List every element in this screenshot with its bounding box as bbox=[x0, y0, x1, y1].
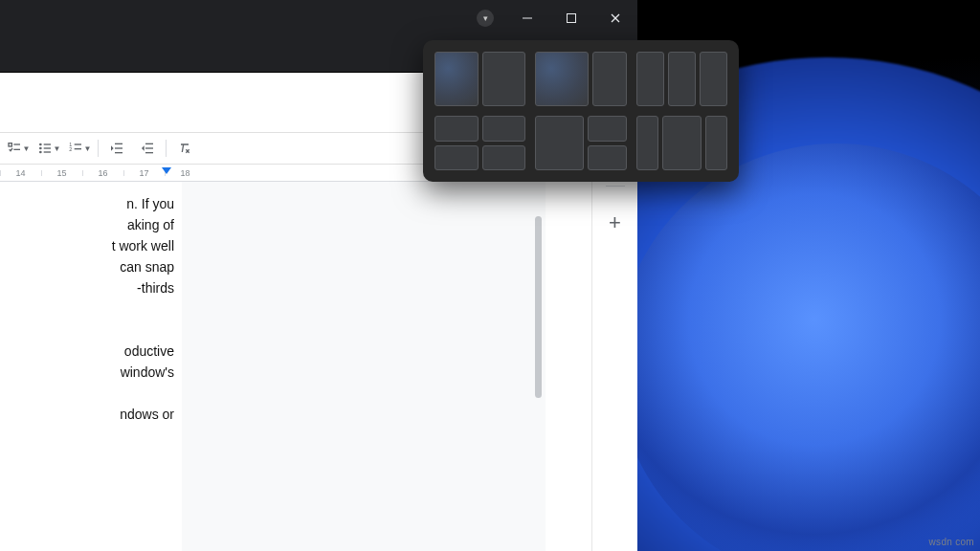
text-line: ndows or bbox=[0, 404, 174, 425]
numbered-list-button[interactable]: 12▼ bbox=[67, 136, 92, 161]
snap-zone[interactable] bbox=[535, 52, 589, 106]
minimize-button[interactable] bbox=[505, 3, 549, 33]
text-line: t work well bbox=[0, 235, 174, 256]
ruler-tick: 15 bbox=[41, 168, 82, 178]
snap-zone[interactable] bbox=[535, 116, 584, 170]
scrollbar-thumb[interactable] bbox=[535, 216, 542, 398]
snap-zone[interactable] bbox=[668, 52, 696, 106]
increase-indent-button[interactable] bbox=[135, 136, 160, 161]
decrease-indent-button[interactable] bbox=[104, 136, 129, 161]
svg-point-14 bbox=[39, 147, 42, 150]
add-addon-button[interactable]: + bbox=[604, 211, 627, 234]
svg-rect-28 bbox=[145, 147, 153, 148]
snap-layout-two-left-wide bbox=[535, 52, 626, 106]
snap-zone[interactable] bbox=[482, 52, 526, 106]
right-indent-marker-icon[interactable] bbox=[162, 167, 171, 174]
snap-zone[interactable] bbox=[588, 145, 627, 171]
svg-rect-18 bbox=[43, 151, 50, 152]
bulleted-list-button[interactable]: ▼ bbox=[36, 136, 61, 161]
snap-layout-three-center-wide bbox=[636, 116, 727, 170]
svg-text:2: 2 bbox=[69, 146, 72, 152]
text-line: oductive bbox=[0, 341, 174, 362]
snap-zone[interactable] bbox=[482, 145, 526, 171]
svg-rect-17 bbox=[43, 147, 50, 148]
svg-rect-23 bbox=[115, 143, 122, 144]
svg-rect-10 bbox=[9, 143, 11, 146]
checklist-button[interactable]: ▼ bbox=[6, 136, 31, 161]
svg-rect-24 bbox=[115, 147, 122, 148]
snap-zone[interactable] bbox=[482, 116, 526, 142]
svg-rect-21 bbox=[74, 143, 80, 144]
close-button[interactable] bbox=[593, 3, 637, 33]
text-line: -thirds bbox=[0, 277, 174, 298]
snap-layout-three-equal bbox=[636, 52, 727, 106]
snap-zone[interactable] bbox=[588, 116, 627, 142]
svg-point-15 bbox=[39, 151, 42, 154]
snap-layouts-flyout bbox=[423, 40, 739, 182]
snap-layout-four-quadrant bbox=[434, 116, 525, 170]
snap-zone[interactable] bbox=[636, 52, 664, 106]
snap-zone[interactable] bbox=[592, 52, 627, 106]
svg-rect-25 bbox=[115, 152, 122, 153]
svg-rect-27 bbox=[145, 143, 153, 144]
svg-marker-26 bbox=[111, 145, 114, 150]
snap-layout-three-left-wide bbox=[535, 116, 626, 170]
sidebar-divider bbox=[606, 186, 625, 187]
svg-rect-29 bbox=[145, 152, 153, 153]
text-line: aking of bbox=[0, 214, 174, 235]
snap-zone[interactable] bbox=[434, 52, 479, 106]
ruler-tick: 14 bbox=[0, 168, 41, 178]
svg-rect-16 bbox=[43, 143, 50, 144]
text-line: can snap bbox=[0, 256, 174, 277]
snap-zone[interactable] bbox=[700, 52, 727, 106]
snap-zone[interactable] bbox=[434, 116, 479, 142]
svg-rect-1 bbox=[568, 14, 576, 23]
snap-zone[interactable] bbox=[636, 116, 658, 170]
snap-zone[interactable] bbox=[434, 145, 479, 171]
snap-layout-two-equal bbox=[434, 52, 525, 106]
text-line: n. If you bbox=[0, 193, 174, 214]
snap-zone[interactable] bbox=[705, 116, 727, 170]
page-gutter bbox=[182, 182, 546, 551]
text-line: window's bbox=[0, 362, 174, 383]
svg-marker-30 bbox=[142, 145, 145, 150]
snap-zone[interactable] bbox=[662, 116, 702, 170]
document-page[interactable]: n. If you aking of t work well can snap … bbox=[0, 182, 182, 551]
ruler-tick: 17 bbox=[123, 168, 165, 178]
ruler-tick: 16 bbox=[82, 168, 123, 178]
svg-point-13 bbox=[39, 143, 42, 146]
tab-overflow-icon[interactable]: ▾ bbox=[477, 10, 494, 27]
clear-formatting-button[interactable] bbox=[172, 136, 197, 161]
watermark: wsdn com bbox=[929, 537, 974, 547]
maximize-button[interactable] bbox=[549, 3, 593, 33]
titlebar: ▾ bbox=[0, 0, 637, 36]
svg-rect-22 bbox=[74, 148, 80, 149]
